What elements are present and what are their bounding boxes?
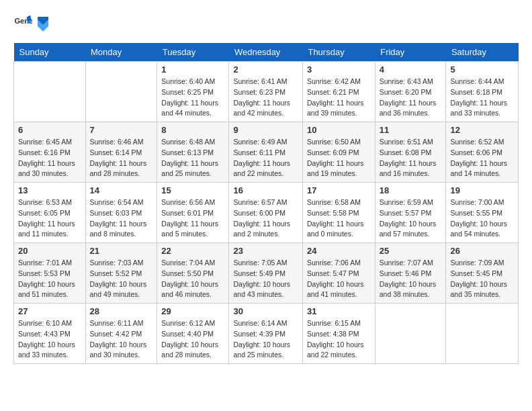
calendar-week-row: 13Sunrise: 6:53 AMSunset: 6:05 PMDayligh…: [14, 183, 519, 243]
calendar-cell: 15Sunrise: 6:56 AMSunset: 6:01 PMDayligh…: [157, 183, 229, 243]
day-info: Sunrise: 6:53 AMSunset: 6:05 PMDaylight:…: [18, 197, 81, 240]
day-info: Sunrise: 6:46 AMSunset: 6:14 PMDaylight:…: [90, 137, 153, 179]
calendar-cell: 23Sunrise: 7:05 AMSunset: 5:49 PMDayligh…: [229, 243, 303, 304]
calendar-cell: 2Sunrise: 6:41 AMSunset: 6:23 PMDaylight…: [229, 62, 303, 122]
calendar-cell: 31Sunrise: 6:15 AMSunset: 4:38 PMDayligh…: [302, 304, 375, 364]
day-info: Sunrise: 6:50 AMSunset: 6:09 PMDaylight:…: [307, 137, 371, 179]
calendar-week-row: 6Sunrise: 6:45 AMSunset: 6:16 PMDaylight…: [14, 122, 519, 183]
day-info: Sunrise: 6:51 AMSunset: 6:08 PMDaylight:…: [380, 137, 442, 179]
page-header: General: [13, 13, 519, 32]
weekday-header: Tuesday: [157, 43, 229, 62]
calendar-cell: 14Sunrise: 6:54 AMSunset: 6:03 PMDayligh…: [85, 183, 157, 243]
day-info: Sunrise: 7:03 AMSunset: 5:52 PMDaylight:…: [90, 258, 153, 300]
calendar-week-row: 27Sunrise: 6:10 AMSunset: 4:43 PMDayligh…: [14, 304, 519, 364]
day-info: Sunrise: 6:59 AMSunset: 5:57 PMDaylight:…: [380, 197, 442, 240]
day-number: 14: [90, 185, 153, 195]
calendar-cell: 13Sunrise: 6:53 AMSunset: 6:05 PMDayligh…: [14, 183, 86, 243]
calendar-cell: 21Sunrise: 7:03 AMSunset: 5:52 PMDayligh…: [85, 243, 157, 304]
calendar-cell: 1Sunrise: 6:40 AMSunset: 6:25 PMDaylight…: [157, 62, 229, 122]
calendar-cell: 26Sunrise: 7:09 AMSunset: 5:45 PMDayligh…: [446, 243, 519, 304]
calendar-week-row: 1Sunrise: 6:40 AMSunset: 6:25 PMDaylight…: [14, 62, 519, 122]
calendar-cell: 27Sunrise: 6:10 AMSunset: 4:43 PMDayligh…: [14, 304, 86, 364]
calendar-cell: 25Sunrise: 7:07 AMSunset: 5:46 PMDayligh…: [375, 243, 446, 304]
calendar-header-row: SundayMondayTuesdayWednesdayThursdayFrid…: [14, 43, 519, 62]
day-number: 11: [380, 125, 442, 135]
day-info: Sunrise: 7:04 AMSunset: 5:50 PMDaylight:…: [161, 258, 224, 300]
day-number: 20: [18, 246, 81, 256]
day-info: Sunrise: 6:12 AMSunset: 4:40 PMDaylight:…: [161, 318, 224, 361]
day-number: 9: [233, 125, 298, 135]
day-number: 26: [450, 246, 514, 256]
weekday-header: Thursday: [302, 43, 375, 62]
logo: General: [13, 13, 50, 32]
calendar-cell: 9Sunrise: 6:49 AMSunset: 6:11 PMDaylight…: [229, 122, 303, 183]
day-number: 15: [161, 185, 224, 195]
day-info: Sunrise: 6:49 AMSunset: 6:11 PMDaylight:…: [233, 137, 298, 179]
day-number: 31: [307, 306, 371, 316]
weekday-header: Friday: [375, 43, 446, 62]
day-info: Sunrise: 7:01 AMSunset: 5:53 PMDaylight:…: [18, 258, 81, 300]
day-info: Sunrise: 7:09 AMSunset: 5:45 PMDaylight:…: [450, 258, 514, 300]
day-info: Sunrise: 6:44 AMSunset: 6:18 PMDaylight:…: [450, 77, 514, 119]
day-number: 21: [90, 246, 153, 256]
day-info: Sunrise: 6:58 AMSunset: 5:58 PMDaylight:…: [307, 197, 371, 240]
day-number: 25: [380, 246, 442, 256]
calendar-cell: 20Sunrise: 7:01 AMSunset: 5:53 PMDayligh…: [14, 243, 86, 304]
day-info: Sunrise: 6:54 AMSunset: 6:03 PMDaylight:…: [90, 197, 153, 240]
calendar-cell: 12Sunrise: 6:52 AMSunset: 6:06 PMDayligh…: [446, 122, 519, 183]
calendar-cell: 5Sunrise: 6:44 AMSunset: 6:18 PMDaylight…: [446, 62, 519, 122]
calendar-cell: 17Sunrise: 6:58 AMSunset: 5:58 PMDayligh…: [302, 183, 375, 243]
weekday-header: Wednesday: [229, 43, 303, 62]
calendar-cell: [14, 62, 86, 122]
day-number: 3: [307, 64, 371, 75]
day-number: 18: [380, 185, 442, 195]
day-info: Sunrise: 6:43 AMSunset: 6:20 PMDaylight:…: [380, 77, 442, 119]
day-info: Sunrise: 6:45 AMSunset: 6:16 PMDaylight:…: [18, 137, 81, 179]
day-number: 17: [307, 185, 371, 195]
day-number: 23: [233, 246, 298, 256]
day-number: 19: [450, 185, 514, 195]
day-info: Sunrise: 7:00 AMSunset: 5:55 PMDaylight:…: [450, 197, 514, 240]
day-info: Sunrise: 6:14 AMSunset: 4:39 PMDaylight:…: [233, 318, 298, 361]
day-number: 30: [233, 306, 298, 316]
day-info: Sunrise: 6:10 AMSunset: 4:43 PMDaylight:…: [18, 318, 81, 361]
logo-icon: General: [13, 13, 32, 32]
day-number: 24: [307, 246, 371, 256]
calendar-cell: [85, 62, 157, 122]
day-info: Sunrise: 6:40 AMSunset: 6:25 PMDaylight:…: [161, 77, 224, 119]
day-number: 22: [161, 246, 224, 256]
day-info: Sunrise: 6:42 AMSunset: 6:21 PMDaylight:…: [307, 77, 371, 119]
calendar-cell: 16Sunrise: 6:57 AMSunset: 6:00 PMDayligh…: [229, 183, 303, 243]
weekday-header: Sunday: [14, 43, 86, 62]
day-number: 16: [233, 185, 298, 195]
day-number: 6: [18, 125, 81, 135]
calendar-cell: 11Sunrise: 6:51 AMSunset: 6:08 PMDayligh…: [375, 122, 446, 183]
calendar-cell: 4Sunrise: 6:43 AMSunset: 6:20 PMDaylight…: [375, 62, 446, 122]
calendar-cell: 18Sunrise: 6:59 AMSunset: 5:57 PMDayligh…: [375, 183, 446, 243]
calendar-cell: [446, 304, 519, 364]
day-info: Sunrise: 6:15 AMSunset: 4:38 PMDaylight:…: [307, 318, 371, 361]
day-number: 10: [307, 125, 371, 135]
calendar-cell: 7Sunrise: 6:46 AMSunset: 6:14 PMDaylight…: [85, 122, 157, 183]
calendar-cell: [375, 304, 446, 364]
day-number: 4: [380, 64, 442, 75]
day-info: Sunrise: 6:56 AMSunset: 6:01 PMDaylight:…: [161, 197, 224, 240]
calendar-cell: 28Sunrise: 6:11 AMSunset: 4:42 PMDayligh…: [85, 304, 157, 364]
calendar-cell: 10Sunrise: 6:50 AMSunset: 6:09 PMDayligh…: [302, 122, 375, 183]
day-number: 8: [161, 125, 224, 135]
day-number: 13: [18, 185, 81, 195]
calendar-cell: 19Sunrise: 7:00 AMSunset: 5:55 PMDayligh…: [446, 183, 519, 243]
calendar-week-row: 20Sunrise: 7:01 AMSunset: 5:53 PMDayligh…: [14, 243, 519, 304]
calendar-cell: 22Sunrise: 7:04 AMSunset: 5:50 PMDayligh…: [157, 243, 229, 304]
calendar-table: SundayMondayTuesdayWednesdayThursdayFrid…: [13, 43, 519, 364]
day-number: 5: [450, 64, 514, 75]
day-info: Sunrise: 6:11 AMSunset: 4:42 PMDaylight:…: [90, 318, 153, 361]
day-info: Sunrise: 6:57 AMSunset: 6:00 PMDaylight:…: [233, 197, 298, 240]
day-number: 1: [161, 64, 224, 75]
calendar-cell: 6Sunrise: 6:45 AMSunset: 6:16 PMDaylight…: [14, 122, 86, 183]
day-info: Sunrise: 6:48 AMSunset: 6:13 PMDaylight:…: [161, 137, 224, 179]
day-info: Sunrise: 7:06 AMSunset: 5:47 PMDaylight:…: [307, 258, 371, 300]
day-number: 28: [90, 306, 153, 316]
day-number: 29: [161, 306, 224, 316]
day-number: 27: [18, 306, 81, 316]
